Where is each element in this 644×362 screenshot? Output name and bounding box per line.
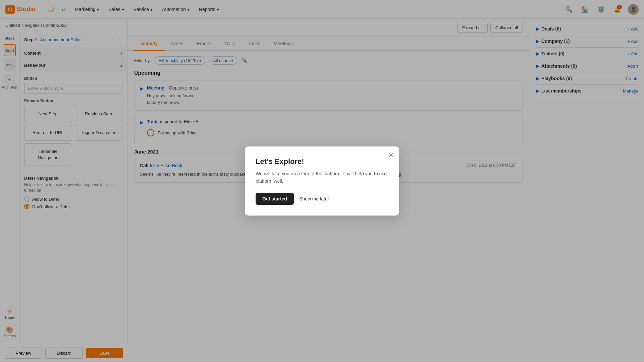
- modal-close-button[interactable]: ✕: [388, 151, 394, 159]
- modal-body: We will take you on a tour of the platfo…: [256, 170, 388, 185]
- modal-overlay: ✕ Let's Explore! We will take you on a t…: [0, 0, 644, 362]
- explore-modal: ✕ Let's Explore! We will take you on a t…: [245, 146, 399, 216]
- show-later-button[interactable]: Show me later: [299, 196, 329, 201]
- modal-actions: Get started Show me later: [256, 193, 388, 205]
- get-started-button[interactable]: Get started: [256, 193, 294, 205]
- modal-title: Let's Explore!: [256, 157, 388, 166]
